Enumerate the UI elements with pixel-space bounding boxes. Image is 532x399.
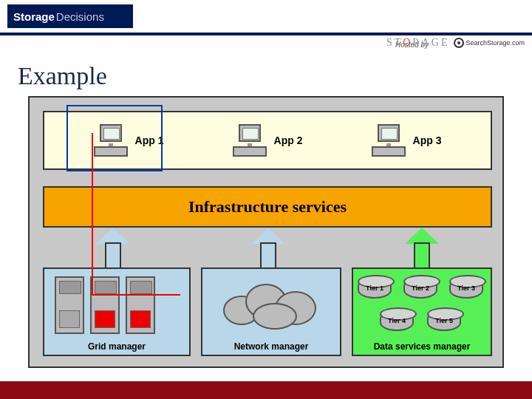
server-icon bbox=[126, 276, 155, 334]
diagram-frame: App 1 App 2 App 3 Infrastructure service… bbox=[28, 96, 504, 368]
data-services-box: Tier 1 Tier 2 Tier 3 Tier 4 Tier 5 Data … bbox=[352, 267, 492, 356]
slide-title: Example bbox=[18, 62, 107, 90]
grid-manager-box: Grid manager bbox=[43, 267, 191, 356]
host-logos: STORAGE SearchStorage.com bbox=[386, 37, 525, 49]
server-icon bbox=[90, 276, 120, 334]
app-3: App 3 bbox=[372, 124, 442, 157]
app-3-label: App 3 bbox=[413, 134, 442, 146]
app-2: App 2 bbox=[233, 124, 303, 157]
eye-icon bbox=[454, 38, 464, 48]
host-storage-logo: STORAGE bbox=[386, 37, 449, 49]
computer-icon bbox=[372, 124, 406, 157]
tier-cylinder-icon: Tier 2 bbox=[403, 278, 437, 299]
cloud-icon bbox=[223, 281, 319, 332]
tier-cylinder-icon: Tier 3 bbox=[449, 278, 483, 299]
infrastructure-label: Infrastructure services bbox=[188, 197, 347, 216]
brand-logo: Storage Decisions bbox=[7, 4, 133, 28]
data-services-label: Data services manager bbox=[353, 341, 491, 352]
host-searchstorage-logo: SearchStorage.com bbox=[454, 38, 525, 48]
footer-band bbox=[0, 381, 532, 399]
computer-icon bbox=[233, 124, 267, 157]
grid-manager-label: Grid manager bbox=[44, 341, 189, 352]
selection-bracket bbox=[66, 105, 163, 171]
tier-cylinder-icon: Tier 5 bbox=[427, 310, 461, 331]
network-manager-label: Network manager bbox=[202, 341, 340, 352]
network-manager-box: Network manager bbox=[201, 267, 341, 356]
infrastructure-band: Infrastructure services bbox=[43, 186, 492, 228]
tier-cylinder-icon: Tier 4 bbox=[380, 310, 414, 331]
logo-word-2: Decisions bbox=[56, 10, 104, 23]
tier-cylinder-icon: Tier 1 bbox=[358, 278, 392, 299]
app-2-label: App 2 bbox=[274, 134, 303, 146]
server-icon bbox=[55, 276, 84, 334]
header-bar: Storage Decisions bbox=[0, 0, 532, 35]
connector-line bbox=[92, 133, 93, 296]
logo-word-1: Storage bbox=[13, 10, 55, 23]
connector-line bbox=[92, 294, 180, 296]
